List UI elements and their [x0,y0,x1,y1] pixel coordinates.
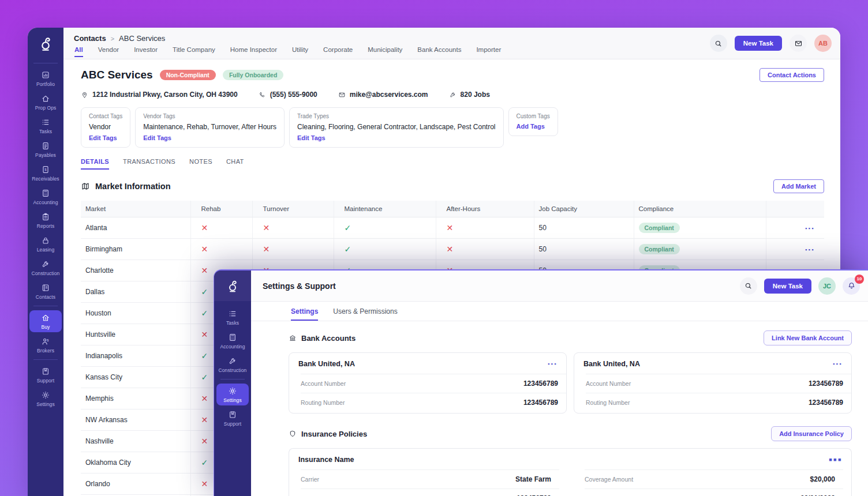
row-actions-menu[interactable]: ▪▪▪ [805,247,815,253]
sidebar-divider [33,63,58,63]
top-tab-vendor[interactable]: Vendor [98,46,119,57]
detail-tab-details[interactable]: DETAILS [81,158,109,170]
status-badge-non-compliant: Non-Compliant [160,70,216,80]
search-button[interactable] [740,277,757,295]
overlay-tab-settings[interactable]: Settings [291,307,318,321]
add-insurance-policy-button[interactable]: Add Insurance Policy [771,426,852,441]
user-avatar[interactable]: AB [814,35,832,52]
top-tab-all[interactable]: All [74,46,83,57]
add-tags-link[interactable]: Add Tags [517,123,550,130]
card-actions-menu[interactable]: ▪▪▪ [833,361,843,367]
top-tab-importer[interactable]: Importer [476,46,501,57]
new-task-button[interactable]: New Task [764,279,811,294]
top-tab-home-inspector[interactable]: Home Inspector [230,46,277,57]
edit-tags-link[interactable]: Edit Tags [297,134,496,141]
receivables-icon: $ [41,165,50,174]
prop-ops-icon [41,94,50,103]
actions-cell: ▪▪▪ [766,239,824,260]
market-cell: Nashville [81,431,190,452]
x-icon: ✕ [201,479,208,489]
x-icon: ✕ [201,266,208,275]
top-tab-utility[interactable]: Utility [292,46,308,57]
rehab-cell: ✕ [190,239,252,260]
user-avatar[interactable]: JC [818,277,836,295]
sidebar-item-settings[interactable]: Settings [29,388,62,409]
sidebar-item-label: Settings [223,397,242,403]
breadcrumb-current: ABC Services [119,34,165,43]
sidebar-item-tasks[interactable]: Tasks [216,306,249,328]
sidebar-item-accounting[interactable]: Accounting [29,186,62,208]
header-actions: New Task AB [710,35,832,52]
sidebar-item-label: Support [37,378,54,384]
sidebar-item-label: Accounting [33,200,58,205]
sidebar-item-construction[interactable]: Construction [216,354,249,375]
card-actions-menu[interactable]: ■■■ [829,457,843,463]
payables-icon [41,141,50,151]
notification-badge: 10 [855,275,864,284]
top-tab-title-company[interactable]: Title Company [173,46,215,57]
bell-icon [847,281,856,290]
sidebar-item-construction[interactable]: Construction [29,257,62,279]
sidebar-item-prop-ops[interactable]: Prop Ops [29,91,62,113]
sidebar-item-contacts[interactable]: Contacts [29,280,62,302]
market-cell: Kansas City [81,367,190,388]
edit-tags-link[interactable]: Edit Tags [89,134,122,141]
sidebar-item-tasks[interactable]: Tasks [29,115,62,137]
sidebar-item-support[interactable]: Support [216,407,249,429]
row-actions-menu[interactable]: ▪▪▪ [805,226,815,231]
sidebar-item-accounting[interactable]: Accounting [216,330,249,352]
card-actions-menu[interactable]: ▪▪▪ [548,361,558,367]
tag-card-custom-tags: Custom TagsAdd Tags [508,107,558,136]
x-icon: ✕ [447,245,454,254]
top-tab-corporate[interactable]: Corporate [323,46,353,57]
detail-tab-notes[interactable]: NOTES [189,158,212,170]
field-value: State Farm [515,475,551,483]
compliance-cell: Compliant [634,239,766,260]
brokers-icon: $ [41,337,50,346]
bank-account-card: Bank United, NA▪▪▪Account Number12345678… [574,352,852,414]
overlay-tab-users-permissions[interactable]: Users & Permissions [333,307,397,321]
notification-bell-button[interactable]: 10 [843,277,860,295]
breadcrumb-root[interactable]: Contacts [74,34,106,43]
field-value: 123456789 [523,399,558,407]
sidebar-item-buy[interactable]: $Buy [29,310,62,332]
search-button[interactable] [710,35,727,52]
sidebar-divider [220,379,245,379]
detail-tab-chat[interactable]: CHAT [226,158,244,170]
sidebar-item-support[interactable]: Support [29,364,62,386]
contact-email[interactable]: mike@abcservices.com [338,91,428,99]
sidebar-item-portfolio[interactable]: Portfolio [29,67,62,89]
compliance-cell: Compliant [634,217,766,239]
market-cell: Atlanta [81,217,190,239]
check-icon: ✓ [201,373,208,382]
top-tab-investor[interactable]: Investor [134,46,158,57]
wrench-icon [449,91,457,99]
sidebar-item-brokers[interactable]: $Brokers [29,334,62,356]
sidebar-item-receivables[interactable]: $Receivables [29,162,62,184]
tasks-icon [228,309,237,318]
sidebar-item-payables[interactable]: Payables [29,138,62,160]
sidebar-item-leasing[interactable]: Leasing [29,233,62,255]
link-new-bank-account-button[interactable]: Link New Bank Account [764,330,852,345]
sidebar-item-reports[interactable]: Reports [29,209,62,231]
top-tab-bank-accounts[interactable]: Bank Accounts [417,46,461,57]
after_hours-cell: ✕ [436,217,534,239]
contact-actions-button[interactable]: Contact Actions [760,68,824,82]
top-tab-municipality[interactable]: Municipality [368,46,402,57]
mail-button[interactable] [790,35,807,52]
sidebar-item-label: Contacts [36,294,55,300]
overlay-app-logo[interactable] [214,270,251,301]
map-icon [81,182,90,191]
x-icon: ✕ [201,245,208,254]
app-logo[interactable] [37,28,54,60]
edit-tags-link[interactable]: Edit Tags [143,134,276,141]
new-task-button[interactable]: New Task [735,36,782,51]
tag-card-value: Maintenance, Rehab, Turnover, After Hour… [143,123,276,131]
sidebar-item-settings[interactable]: Settings [216,384,249,405]
detail-tab-transactions[interactable]: TRANSACTIONS [123,158,175,170]
column-header-maintenance: Maintenance [334,201,436,217]
market-cell: Oklahoma City [81,452,190,474]
construction-icon [41,260,50,269]
add-market-button[interactable]: Add Market [773,179,824,193]
search-icon [744,281,753,290]
